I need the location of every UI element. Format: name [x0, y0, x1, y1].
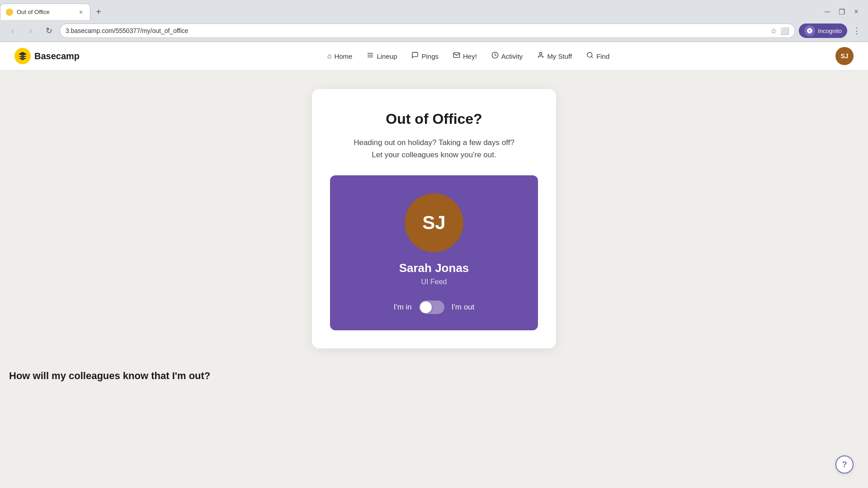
help-button[interactable]: ?: [835, 455, 854, 474]
svg-point-5: [587, 52, 592, 57]
forward-button[interactable]: ›: [24, 23, 38, 38]
bookmark-icon[interactable]: ☆: [770, 27, 777, 35]
new-tab-button[interactable]: +: [92, 5, 105, 18]
browser-menu-button[interactable]: ⋮: [851, 24, 863, 38]
my-stuff-icon: [537, 52, 544, 61]
profile-card: SJ Sarah Jonas UI Feed I'm in I'm out: [330, 175, 538, 330]
logo-area[interactable]: Basecamp: [14, 48, 80, 64]
svg-point-4: [540, 52, 542, 55]
logo-text: Basecamp: [34, 51, 80, 61]
address-bar: ‹ › ↻ 3.basecamp.com/5550377/my/out_of_o…: [0, 20, 868, 42]
card-subtitle: Heading out on holiday? Taking a few day…: [330, 136, 538, 161]
svg-line-6: [591, 56, 593, 58]
nav-my-stuff[interactable]: My Stuff: [531, 48, 578, 64]
home-icon: ⌂: [327, 52, 332, 60]
lineup-icon: [367, 52, 374, 61]
tab-favicon: ⚡: [6, 9, 13, 16]
user-avatar[interactable]: SJ: [835, 47, 854, 65]
out-of-office-card: Out of Office? Heading out on holiday? T…: [312, 89, 556, 348]
find-icon: [586, 52, 594, 61]
nav-my-stuff-label: My Stuff: [547, 52, 572, 60]
profile-team: UI Feed: [421, 278, 447, 286]
toggle-out-label: I'm out: [452, 303, 475, 312]
section-heading: How will my colleagues know that I'm out…: [9, 370, 253, 382]
nav-find[interactable]: Find: [580, 48, 616, 64]
tab-title: Out of Office: [17, 9, 74, 15]
nav-activity[interactable]: Activity: [485, 48, 529, 64]
app-header: Basecamp ⌂ Home Lineup Pings: [0, 42, 868, 71]
profile-name: Sarah Jonas: [399, 261, 469, 275]
active-tab[interactable]: ⚡ Out of Office ×: [0, 4, 90, 20]
nav-activity-label: Activity: [501, 52, 523, 60]
subtitle-line1: Heading out on holiday? Taking a few day…: [354, 138, 514, 147]
nav-hey[interactable]: Hey!: [447, 48, 483, 64]
nav-lineup-label: Lineup: [377, 52, 397, 60]
subtitle-line2: Let your colleagues know you're out.: [372, 150, 496, 159]
tab-close-button[interactable]: ×: [77, 9, 85, 16]
main-nav: ⌂ Home Lineup Pings: [101, 48, 835, 64]
nav-pings-label: Pings: [421, 52, 439, 60]
pings-icon: [411, 52, 419, 61]
toggle-in-label: I'm in: [394, 303, 412, 312]
toggle-row: I'm in I'm out: [394, 300, 475, 314]
url-text: 3.basecamp.com/5550377/my/out_of_office: [66, 27, 767, 34]
restore-button[interactable]: ❐: [835, 5, 848, 18]
refresh-button[interactable]: ↻: [42, 23, 56, 38]
office-toggle[interactable]: [419, 300, 444, 314]
page-title: Out of Office?: [330, 111, 538, 127]
close-button[interactable]: ×: [850, 5, 863, 18]
toggle-thumb: [420, 301, 432, 313]
nav-pings[interactable]: Pings: [405, 48, 445, 64]
nav-hey-label: Hey!: [463, 52, 477, 60]
hey-icon: [453, 52, 460, 61]
back-button[interactable]: ‹: [5, 23, 20, 38]
url-bar[interactable]: 3.basecamp.com/5550377/my/out_of_office …: [60, 23, 795, 38]
nav-home-label: Home: [334, 52, 352, 60]
minimize-button[interactable]: ─: [821, 5, 834, 18]
basecamp-logo-icon: [14, 48, 31, 64]
split-view-icon[interactable]: ⬜: [780, 27, 789, 35]
incognito-icon: [804, 25, 815, 36]
avatar: SJ: [405, 193, 463, 252]
nav-home[interactable]: ⌂ Home: [321, 48, 359, 64]
nav-find-label: Find: [596, 52, 609, 60]
incognito-button[interactable]: Incognito: [799, 23, 847, 38]
page-content: Out of Office? Heading out on holiday? T…: [0, 71, 868, 488]
activity-icon: [491, 52, 499, 61]
nav-lineup[interactable]: Lineup: [360, 48, 403, 64]
incognito-label: Incognito: [818, 28, 842, 34]
